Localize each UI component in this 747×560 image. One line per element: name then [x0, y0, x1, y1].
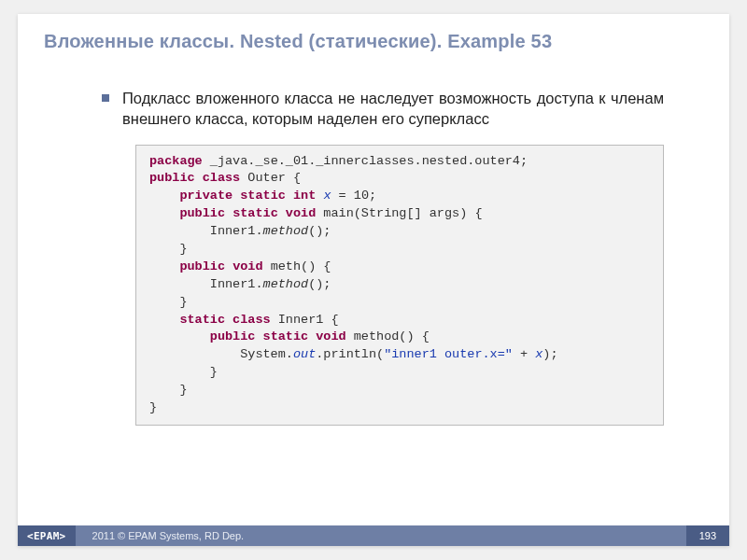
- slide-content: Подкласс вложенного класса не наследует …: [18, 60, 729, 426]
- code-keyword: static: [263, 329, 309, 343]
- code-text: _java._se._01._innerclasses.nested.outer…: [203, 154, 528, 168]
- code-keyword: public: [179, 206, 225, 220]
- code-keyword: public: [149, 171, 195, 185]
- code-keyword: void: [286, 206, 316, 220]
- code-keyword: public: [210, 329, 256, 343]
- code-text: = 10;: [331, 189, 376, 203]
- copyright-text: 2011 © EPAM Systems, RD Dep.: [76, 530, 686, 541]
- code-text: }: [149, 383, 188, 397]
- code-text: Inner1 {: [271, 313, 339, 327]
- code-text: Outer {: [240, 171, 301, 185]
- bullet-item: Подкласс вложенного класса не наследует …: [102, 88, 664, 130]
- logo-badge: <EPAM>: [18, 525, 76, 546]
- code-keyword: static: [233, 206, 278, 220]
- code-text: method() {: [346, 329, 430, 343]
- code-text: }: [149, 400, 157, 414]
- code-text: meth() {: [263, 259, 331, 273]
- code-keyword: void: [233, 259, 262, 273]
- slide: Вложенные классы. Nested (статические). …: [18, 14, 729, 546]
- code-text: );: [543, 347, 557, 361]
- code-block: package _java._se._01._innerclasses.nest…: [135, 145, 664, 426]
- slide-title: Вложенные классы. Nested (статические). …: [18, 14, 729, 60]
- page-number: 193: [686, 525, 729, 546]
- code-keyword: class: [203, 171, 241, 185]
- code-text: }: [149, 295, 188, 309]
- code-text: +: [513, 347, 535, 361]
- code-text: main(String[] args) {: [316, 206, 482, 220]
- code-string: "inner1 outer.x=": [384, 347, 513, 361]
- code-text: .println(: [316, 347, 384, 361]
- bullet-icon: [102, 94, 109, 102]
- logo-text: <EPAM>: [27, 530, 66, 542]
- code-text: }: [149, 365, 218, 379]
- code-text: ();: [308, 224, 331, 238]
- code-method: method: [263, 224, 309, 238]
- code-text: }: [149, 242, 188, 256]
- footer: <EPAM> 2011 © EPAM Systems, RD Dep. 193: [18, 525, 729, 546]
- code-keyword: void: [316, 329, 345, 343]
- bullet-text: Подкласс вложенного класса не наследует …: [122, 88, 664, 130]
- code-text: System.: [149, 347, 293, 361]
- code-text: Inner1.: [149, 224, 263, 238]
- code-method: method: [263, 277, 309, 291]
- code-keyword: static: [240, 189, 286, 203]
- code-text: ();: [308, 277, 331, 291]
- code-field: out: [293, 347, 316, 361]
- code-keyword: package: [149, 154, 203, 168]
- code-keyword: public: [179, 259, 225, 273]
- code-keyword: int: [293, 189, 316, 203]
- code-keyword: private: [179, 189, 233, 203]
- code-text: Inner1.: [149, 277, 263, 291]
- code-keyword: static class: [179, 313, 270, 327]
